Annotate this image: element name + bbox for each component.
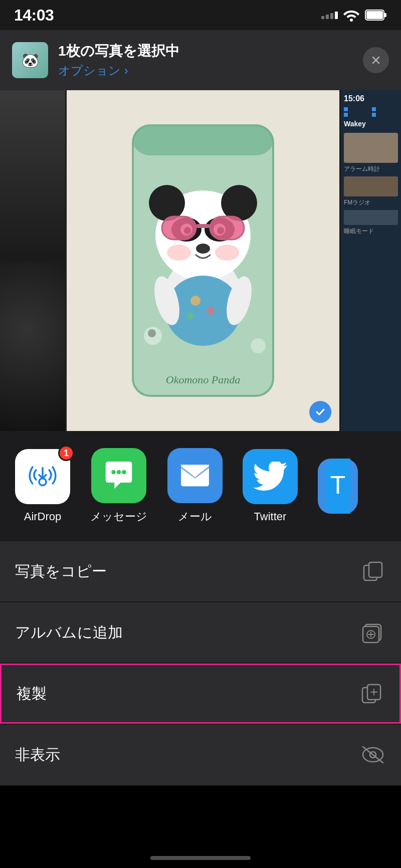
duplicate-icon-svg bbox=[360, 683, 382, 705]
share-header: 🐼 1枚の写真を選択中 オプション › bbox=[0, 30, 401, 90]
right-panel-content: 15:06 Wakey アラーム時計 FMラジオ 睡眠モード bbox=[341, 90, 401, 243]
photo-sub-bottom[interactable] bbox=[0, 262, 65, 431]
close-icon bbox=[370, 54, 382, 66]
svg-rect-40 bbox=[369, 562, 382, 577]
hide-icon-svg bbox=[361, 745, 385, 765]
home-indicator bbox=[150, 856, 251, 860]
action-duplicate[interactable]: 複製 bbox=[0, 664, 401, 724]
airdrop-badge: 1 bbox=[58, 445, 74, 461]
svg-text:T: T bbox=[330, 471, 346, 499]
svg-point-11 bbox=[221, 185, 257, 221]
svg-point-6 bbox=[148, 329, 156, 337]
grid-dot-2 bbox=[372, 107, 376, 111]
action-hide-label: 非表示 bbox=[15, 745, 60, 765]
svg-point-34 bbox=[122, 470, 126, 475]
svg-point-31 bbox=[39, 479, 46, 486]
right-panel-time: 15:06 bbox=[344, 94, 398, 103]
airdrop-icon-container: 1 bbox=[15, 449, 70, 504]
messages-icon-container bbox=[91, 448, 146, 503]
svg-point-32 bbox=[111, 470, 116, 475]
hide-icon bbox=[360, 742, 386, 768]
right-panel-label-2: FMラジオ bbox=[344, 198, 398, 207]
messages-icon bbox=[101, 458, 136, 493]
action-hide[interactable]: 非表示 bbox=[0, 725, 401, 785]
airdrop-label: AirDrop bbox=[24, 510, 62, 523]
share-app-twitter[interactable]: Twitter bbox=[243, 449, 298, 523]
svg-rect-22 bbox=[210, 216, 244, 240]
share-close-button[interactable] bbox=[363, 47, 389, 73]
action-copy-photo[interactable]: 写真をコピー bbox=[0, 541, 401, 601]
svg-point-18 bbox=[196, 244, 210, 254]
duplicate-icon bbox=[358, 681, 384, 707]
grid-dot-1 bbox=[344, 107, 348, 111]
right-panel-img-2 bbox=[344, 176, 398, 196]
add-album-icon bbox=[360, 619, 386, 645]
share-info: 1枚の写真を選択中 オプション › bbox=[58, 42, 353, 79]
svg-point-19 bbox=[167, 245, 191, 261]
action-add-album[interactable]: アルバムに追加 bbox=[0, 602, 401, 663]
mail-label: メール bbox=[178, 509, 212, 524]
svg-rect-23 bbox=[196, 224, 210, 228]
twitter-label: Twitter bbox=[254, 510, 287, 523]
photo-sub-top[interactable] bbox=[0, 90, 65, 260]
main-photo[interactable]: Okomono Panda bbox=[67, 90, 339, 431]
checkmark-icon bbox=[314, 406, 326, 418]
svg-point-7 bbox=[251, 338, 266, 353]
right-panel-grid bbox=[344, 107, 398, 117]
mail-icon-container bbox=[167, 448, 223, 503]
share-title: 1枚の写真を選択中 bbox=[58, 42, 353, 61]
action-list: 写真をコピー アルバムに追加 複製 bbox=[0, 541, 401, 786]
share-app-partial[interactable]: T bbox=[318, 459, 358, 514]
twitter-icon bbox=[253, 462, 287, 492]
svg-point-26 bbox=[207, 307, 215, 315]
share-thumbnail: 🐼 bbox=[12, 42, 48, 78]
twitter-icon-container bbox=[243, 449, 298, 504]
photo-left-column[interactable] bbox=[0, 90, 65, 431]
right-panel-img-3 bbox=[344, 210, 398, 225]
svg-point-25 bbox=[190, 296, 200, 306]
svg-rect-4 bbox=[133, 125, 273, 155]
share-app-mail[interactable]: メール bbox=[167, 448, 223, 524]
status-icons bbox=[321, 9, 387, 22]
svg-point-33 bbox=[117, 470, 121, 475]
right-panel-screenshot[interactable]: 15:06 Wakey アラーム時計 FMラジオ 睡眠モード bbox=[341, 90, 401, 431]
copy-icon bbox=[360, 558, 386, 584]
photos-strip: Okomono Panda 15:06 Wakey アラーム時計 FMラジオ bbox=[0, 90, 401, 431]
add-album-icon-svg bbox=[362, 621, 384, 643]
share-apps-row: 1 AirDrop メッセージ メール bbox=[0, 431, 401, 541]
signal-icon bbox=[321, 12, 338, 19]
share-app-airdrop[interactable]: 1 AirDrop bbox=[15, 449, 70, 523]
grid-dot-3 bbox=[344, 113, 348, 117]
right-panel-app-name: Wakey bbox=[344, 120, 398, 128]
svg-rect-2 bbox=[366, 11, 383, 19]
action-add-album-label: アルバムに追加 bbox=[15, 622, 123, 643]
right-panel-label-3: 睡眠モード bbox=[344, 227, 398, 236]
selection-checkmark bbox=[309, 401, 331, 423]
status-time: 14:03 bbox=[14, 6, 54, 25]
partial-icon-container: T bbox=[318, 459, 358, 514]
copy-photo-icon bbox=[362, 560, 384, 582]
svg-point-20 bbox=[215, 245, 239, 261]
messages-label: メッセージ bbox=[90, 509, 147, 524]
mail-icon bbox=[177, 462, 213, 490]
panda-svg: Okomono Panda bbox=[113, 105, 293, 416]
status-bar: 14:03 bbox=[0, 0, 401, 30]
wifi-icon bbox=[343, 9, 360, 22]
share-options-link[interactable]: オプション › bbox=[58, 63, 353, 79]
right-panel-img-1 bbox=[344, 133, 398, 163]
share-app-messages[interactable]: メッセージ bbox=[90, 448, 147, 524]
airdrop-icon bbox=[25, 459, 60, 494]
svg-rect-21 bbox=[162, 216, 196, 240]
svg-rect-1 bbox=[384, 13, 386, 17]
svg-point-27 bbox=[187, 312, 194, 319]
action-duplicate-label: 複製 bbox=[17, 684, 47, 704]
svg-text:Okomono Panda: Okomono Panda bbox=[166, 373, 240, 386]
battery-icon bbox=[365, 10, 387, 21]
action-copy-label: 写真をコピー bbox=[15, 561, 107, 582]
right-panel-label-1: アラーム時計 bbox=[344, 165, 398, 173]
panda-illustration: Okomono Panda bbox=[67, 90, 339, 431]
partial-app-icon: T bbox=[325, 459, 350, 514]
svg-point-10 bbox=[149, 185, 185, 221]
grid-dot-4 bbox=[372, 113, 376, 117]
